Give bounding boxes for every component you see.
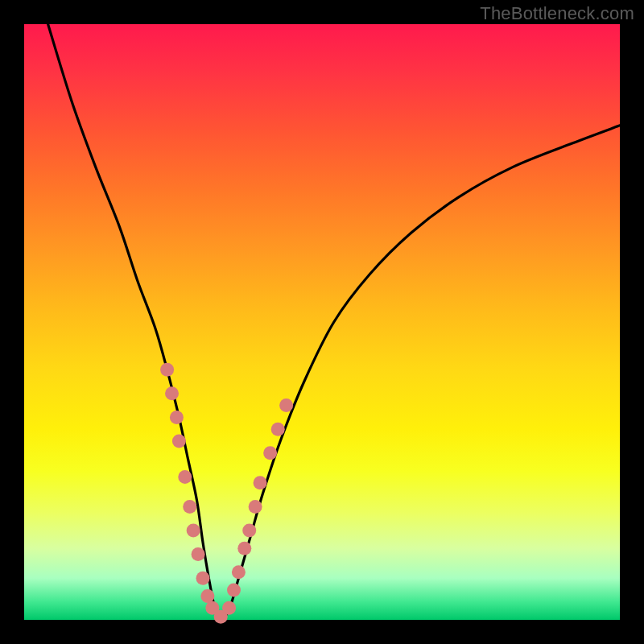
marker-dot	[187, 524, 200, 538]
marker-dot	[170, 411, 184, 424]
marker-dot	[227, 584, 241, 597]
marker-dot	[178, 470, 192, 484]
marker-dot	[200, 589, 214, 603]
marker-dot	[271, 423, 285, 436]
marker-dot	[263, 446, 277, 460]
marker-dot	[242, 524, 256, 538]
marker-dot	[232, 565, 246, 579]
marker-dot	[222, 601, 236, 615]
marker-dot	[249, 500, 262, 514]
bottleneck-curve	[48, 24, 620, 620]
curve-svg	[24, 24, 620, 620]
marker-dot	[237, 542, 251, 555]
marker-dot	[183, 500, 196, 514]
marker-dot	[254, 476, 267, 489]
marker-dot	[172, 435, 186, 448]
marker-dot	[192, 547, 205, 561]
marker-dot	[279, 398, 293, 412]
marker-dot	[165, 386, 179, 400]
marker-dot	[196, 572, 210, 585]
plot-area	[24, 24, 620, 620]
highlighted-points	[160, 363, 293, 624]
chart-frame: TheBottleneck.com	[0, 0, 644, 644]
marker-dot	[160, 363, 174, 377]
watermark-text: TheBottleneck.com	[480, 3, 634, 24]
